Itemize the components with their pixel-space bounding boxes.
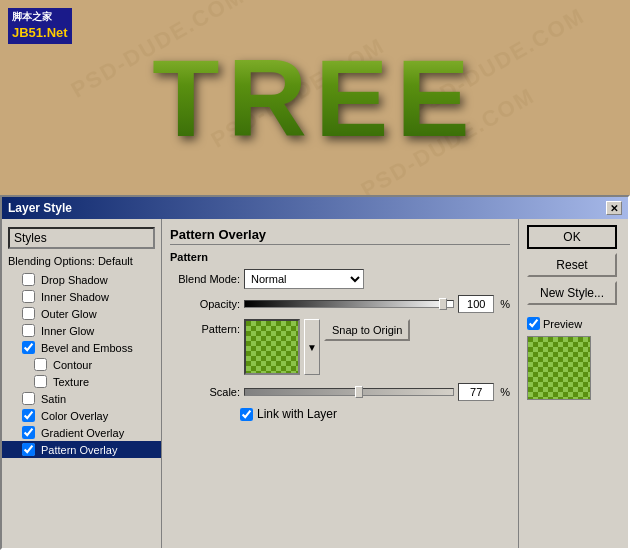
pattern-overlay-checkbox[interactable] [22, 443, 35, 456]
style-item-pattern-overlay[interactable]: Pattern Overlay [2, 441, 161, 458]
style-item-inner-glow[interactable]: Inner Glow [2, 322, 161, 339]
inner-shadow-checkbox[interactable] [22, 290, 35, 303]
logo-line2: JB51.Net [12, 24, 68, 42]
scale-percent: % [500, 386, 510, 398]
pattern-label: Pattern: [170, 323, 240, 335]
bevel-emboss-label: Bevel and Emboss [41, 342, 133, 354]
opacity-input[interactable]: 100 [458, 295, 494, 313]
styles-header[interactable]: Styles [8, 227, 155, 249]
style-item-texture[interactable]: Texture [2, 373, 161, 390]
drop-shadow-checkbox[interactable] [22, 273, 35, 286]
blend-mode-row: Blend Mode: Normal Multiply Screen Overl… [170, 269, 510, 289]
inner-shadow-label: Inner Shadow [41, 291, 109, 303]
preview-swatch [527, 336, 591, 400]
satin-label: Satin [41, 393, 66, 405]
new-style-button[interactable]: New Style... [527, 281, 617, 305]
opacity-percent: % [500, 298, 510, 310]
outer-glow-checkbox[interactable] [22, 307, 35, 320]
style-item-color-overlay[interactable]: Color Overlay [2, 407, 161, 424]
opacity-label: Opacity: [170, 298, 240, 310]
preview-box: Preview [527, 317, 620, 400]
style-item-inner-shadow[interactable]: Inner Shadow [2, 288, 161, 305]
styles-panel: Styles Blending Options: Default Drop Sh… [2, 219, 162, 548]
tree-text: TREE [152, 34, 477, 161]
layer-style-dialog: Layer Style ✕ Styles Blending Options: D… [0, 195, 630, 550]
pattern-row: Pattern: ▼ Snap to Origin [170, 319, 510, 375]
panel-title: Pattern Overlay [170, 227, 510, 245]
opacity-row: Opacity: 100 % [170, 295, 510, 313]
dialog-titlebar: Layer Style ✕ [2, 197, 628, 219]
preview-checkbox[interactable] [527, 317, 540, 330]
scale-input[interactable]: 77 [458, 383, 494, 401]
inner-glow-checkbox[interactable] [22, 324, 35, 337]
link-layer-checkbox[interactable] [240, 408, 253, 421]
drop-shadow-label: Drop Shadow [41, 274, 108, 286]
snap-to-origin-button[interactable]: Snap to Origin [324, 319, 410, 341]
center-panel: Pattern Overlay Pattern Blend Mode: Norm… [162, 219, 518, 548]
blending-options-item[interactable]: Blending Options: Default [2, 253, 161, 269]
contour-label: Contour [53, 359, 92, 371]
scale-slider-thumb[interactable] [355, 386, 363, 398]
preview-text: Preview [543, 318, 582, 330]
style-item-contour[interactable]: Contour [2, 356, 161, 373]
link-layer-row: Link with Layer [240, 407, 510, 421]
texture-checkbox[interactable] [34, 375, 47, 388]
gradient-overlay-label: Gradient Overlay [41, 427, 124, 439]
logo-line1: 脚本之家 [12, 10, 68, 24]
blend-mode-select[interactable]: Normal Multiply Screen Overlay [244, 269, 364, 289]
texture-label: Texture [53, 376, 89, 388]
reset-button[interactable]: Reset [527, 253, 617, 277]
color-overlay-label: Color Overlay [41, 410, 108, 422]
pattern-dropdown-btn[interactable]: ▼ [304, 319, 320, 375]
opacity-slider-thumb[interactable] [439, 298, 447, 310]
scale-label: Scale: [170, 386, 240, 398]
right-panel: OK Reset New Style... Preview [518, 219, 628, 548]
scale-slider-track[interactable] [244, 388, 454, 396]
bevel-emboss-checkbox[interactable] [22, 341, 35, 354]
section-title: Pattern [170, 251, 510, 263]
dialog-title: Layer Style [8, 201, 72, 215]
ok-button[interactable]: OK [527, 225, 617, 249]
gradient-overlay-checkbox[interactable] [22, 426, 35, 439]
style-item-bevel-emboss[interactable]: Bevel and Emboss [2, 339, 161, 356]
pattern-overlay-label: Pattern Overlay [41, 444, 117, 456]
dialog-body: Styles Blending Options: Default Drop Sh… [2, 219, 628, 548]
inner-glow-label: Inner Glow [41, 325, 94, 337]
preview-label: Preview [527, 317, 620, 330]
canvas-area: 脚本之家 JB51.Net PSD-DUDE.COM PSD-DUDE.COM … [0, 0, 630, 195]
style-item-drop-shadow[interactable]: Drop Shadow [2, 271, 161, 288]
outer-glow-label: Outer Glow [41, 308, 97, 320]
style-item-gradient-overlay[interactable]: Gradient Overlay [2, 424, 161, 441]
opacity-slider-track[interactable] [244, 300, 454, 308]
logo-box: 脚本之家 JB51.Net [8, 8, 72, 44]
pattern-preview[interactable] [244, 319, 300, 375]
link-layer-label: Link with Layer [257, 407, 337, 421]
style-item-satin[interactable]: Satin [2, 390, 161, 407]
satin-checkbox[interactable] [22, 392, 35, 405]
scale-row: Scale: 77 % [170, 383, 510, 401]
contour-checkbox[interactable] [34, 358, 47, 371]
style-item-outer-glow[interactable]: Outer Glow [2, 305, 161, 322]
color-overlay-checkbox[interactable] [22, 409, 35, 422]
close-button[interactable]: ✕ [606, 201, 622, 215]
blend-mode-label: Blend Mode: [170, 273, 240, 285]
